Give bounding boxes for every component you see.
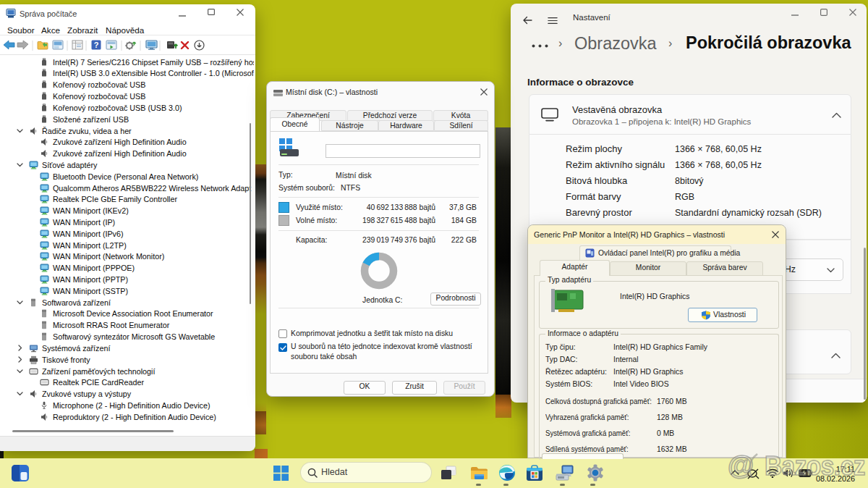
svg-text:?: ? [94, 41, 99, 49]
